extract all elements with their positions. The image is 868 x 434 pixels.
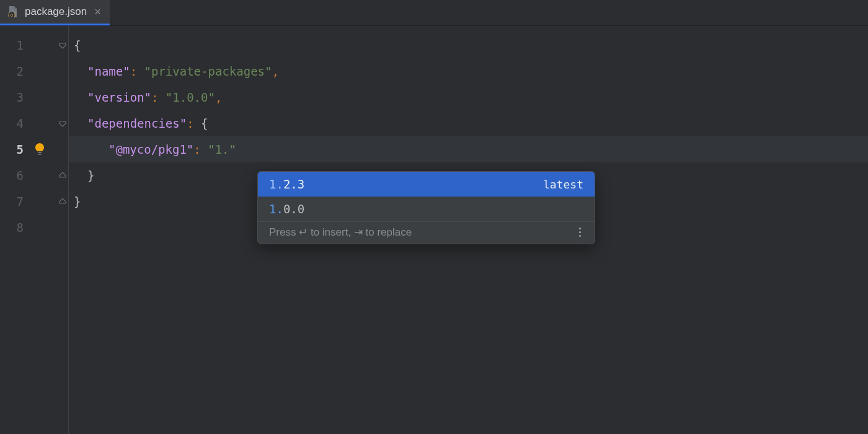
token-brace: { bbox=[201, 110, 208, 136]
line-number: 4 bbox=[9, 110, 24, 136]
token-colon: : bbox=[187, 110, 193, 136]
active-line[interactable]: "@myco/pkg1": "1." bbox=[69, 136, 868, 162]
line-number: 7 bbox=[9, 188, 24, 215]
svg-text:{o}: {o} bbox=[7, 12, 16, 18]
token-brace: } bbox=[74, 188, 81, 215]
token-colon: : bbox=[193, 136, 200, 162]
token-key: "version" bbox=[87, 84, 151, 110]
hint-text: to insert, bbox=[308, 226, 354, 238]
more-options-icon[interactable] bbox=[576, 228, 583, 237]
hint-text: to replace bbox=[363, 226, 412, 238]
token-key: "name" bbox=[87, 58, 130, 84]
completion-tag: latest bbox=[543, 178, 583, 191]
svg-rect-2 bbox=[38, 153, 42, 154]
line-number: 6 bbox=[9, 162, 24, 188]
close-icon[interactable]: × bbox=[94, 6, 101, 19]
token-string: "1." bbox=[208, 136, 236, 162]
svg-rect-3 bbox=[38, 154, 42, 155]
token-string: "private-packages" bbox=[144, 58, 272, 84]
tab-key-icon: ⇥ bbox=[354, 226, 363, 238]
fold-start-icon[interactable] bbox=[58, 119, 67, 128]
token-colon: : bbox=[130, 58, 137, 84]
completion-item[interactable]: 1.2.3 latest bbox=[258, 172, 595, 197]
enter-key-icon: ↵ bbox=[299, 226, 308, 238]
hint-text: Press bbox=[269, 226, 299, 238]
intention-bulb-icon[interactable] bbox=[1, 136, 69, 162]
completion-match: 1. bbox=[269, 202, 283, 216]
token-key: "@myco/pkg1" bbox=[108, 136, 193, 162]
line-number: 2 bbox=[9, 58, 24, 84]
completion-rest: 2.3 bbox=[283, 177, 304, 191]
line-number: 3 bbox=[9, 84, 24, 110]
token-comma: , bbox=[272, 58, 278, 84]
completion-popup: 1.2.3 latest 1.0.0 Press ↵ to insert, ⇥ … bbox=[257, 171, 595, 244]
token-comma: , bbox=[215, 84, 222, 110]
completion-hint: Press ↵ to insert, ⇥ to replace bbox=[258, 221, 595, 244]
gutter: 1 2 3 4 5 6 7 8 bbox=[0, 26, 68, 434]
completion-item[interactable]: 1.0.0 bbox=[258, 197, 595, 221]
tab-label: package.json bbox=[25, 6, 87, 18]
completion-rest: 0.0 bbox=[283, 202, 304, 216]
completion-match: 1. bbox=[269, 177, 283, 191]
line-number: 8 bbox=[9, 215, 24, 241]
fold-end-icon[interactable] bbox=[58, 171, 67, 180]
line-number: 1 bbox=[9, 32, 24, 58]
token-colon: : bbox=[151, 84, 158, 110]
token-brace: } bbox=[87, 162, 94, 188]
fold-start-icon[interactable] bbox=[58, 41, 67, 50]
tab-package-json[interactable]: {o} package.json × bbox=[0, 0, 110, 25]
fold-end-icon[interactable] bbox=[58, 197, 67, 206]
tab-bar: {o} package.json × bbox=[0, 0, 868, 26]
json-file-icon: {o} bbox=[6, 6, 19, 18]
token-string: "1.0.0" bbox=[166, 84, 215, 110]
token-brace: { bbox=[74, 32, 81, 58]
token-key: "dependencies" bbox=[87, 110, 187, 136]
